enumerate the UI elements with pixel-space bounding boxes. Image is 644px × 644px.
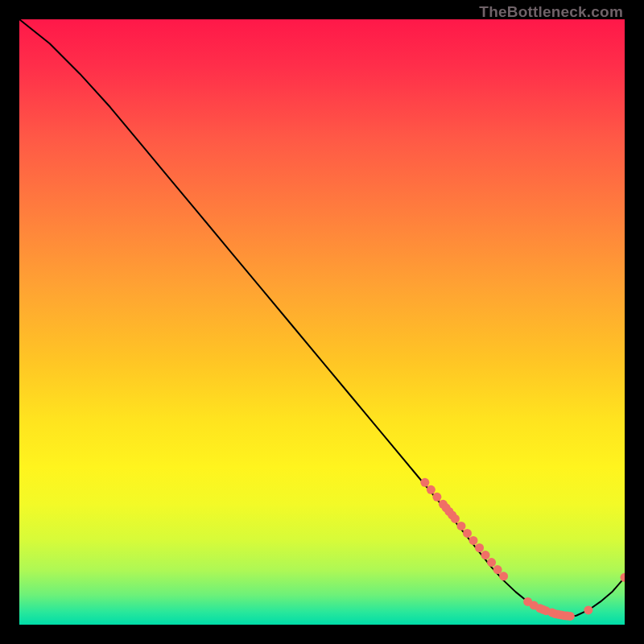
highlight-point bbox=[463, 529, 472, 538]
highlight-point bbox=[456, 522, 465, 530]
highlight-point bbox=[420, 478, 429, 487]
highlight-point bbox=[475, 543, 484, 552]
highlight-point bbox=[493, 565, 502, 574]
highlight-point bbox=[432, 493, 441, 502]
plot-area bbox=[19, 19, 625, 625]
highlight-point bbox=[566, 612, 575, 621]
highlight-point bbox=[584, 605, 592, 614]
highlight-point bbox=[499, 572, 508, 580]
highlight-point bbox=[621, 573, 625, 582]
highlight-point bbox=[487, 558, 496, 567]
watermark-text: TheBottleneck.com bbox=[479, 3, 623, 21]
curve-layer bbox=[19, 19, 625, 625]
highlight-point bbox=[451, 514, 460, 523]
highlight-point bbox=[427, 485, 436, 494]
highlight-point bbox=[481, 551, 490, 559]
chart-frame bbox=[19, 19, 625, 625]
bottleneck-curve bbox=[19, 19, 625, 617]
highlight-point bbox=[469, 536, 478, 545]
